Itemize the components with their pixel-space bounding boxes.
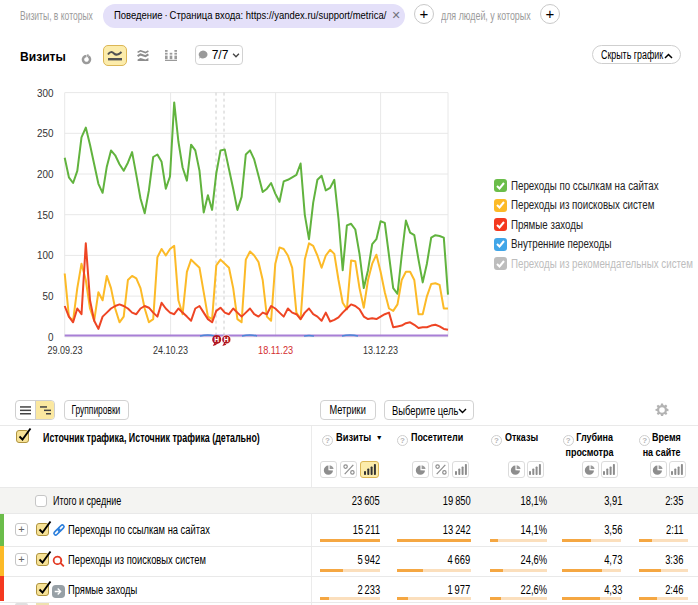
svg-text:50: 50 <box>43 290 54 302</box>
svg-text:300: 300 <box>37 87 54 99</box>
svg-text:29.09.23: 29.09.23 <box>48 344 83 356</box>
svg-text:200: 200 <box>37 168 54 180</box>
svg-text:150: 150 <box>37 209 54 221</box>
svg-text:100: 100 <box>37 249 54 261</box>
svg-text:13.12.23: 13.12.23 <box>363 344 398 356</box>
svg-text:18.11.23: 18.11.23 <box>258 344 293 356</box>
svg-text:250: 250 <box>37 127 54 139</box>
svg-text:24.10.23: 24.10.23 <box>153 344 188 356</box>
svg-text:Н: Н <box>214 336 219 343</box>
svg-text:Н: Н <box>224 336 229 343</box>
svg-text:0: 0 <box>48 331 54 343</box>
